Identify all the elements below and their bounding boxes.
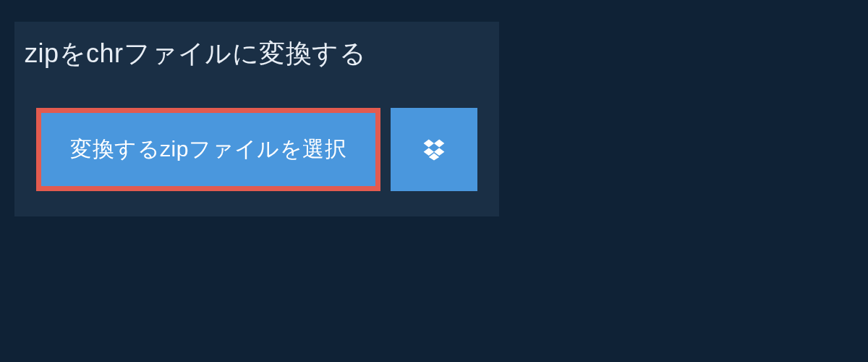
dropbox-button[interactable]: [391, 108, 477, 191]
dropbox-icon: [421, 137, 447, 163]
select-file-button[interactable]: 変換するzipファイルを選択: [36, 108, 380, 191]
converter-panel: zipをchrファイルに変換する 変換するzipファイルを選択: [14, 22, 499, 216]
title-container: zipをchrファイルに変換する: [14, 22, 388, 86]
select-file-label: 変換するzipファイルを選択: [70, 135, 346, 164]
page-title: zipをchrファイルに変換する: [25, 36, 366, 72]
button-row: 変換するzipファイルを選択: [14, 86, 499, 216]
